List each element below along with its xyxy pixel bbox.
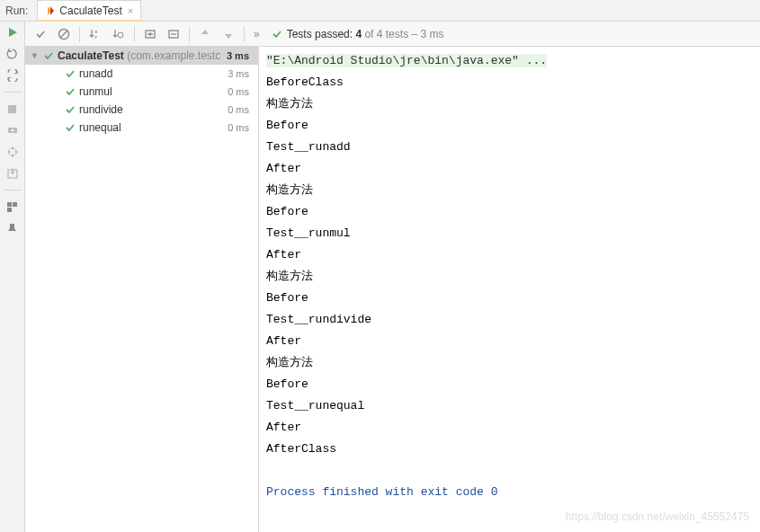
nav-separator xyxy=(4,92,22,93)
sort-duration-button[interactable] xyxy=(109,24,129,44)
show-ignored-button[interactable] xyxy=(54,24,74,44)
sort-alpha-button[interactable]: az xyxy=(85,24,105,44)
console-command: "E:\Android Studio\jre\bin\java.exe" ... xyxy=(266,54,547,67)
check-icon xyxy=(65,68,76,79)
console-line: Test__runmul xyxy=(266,223,753,244)
toolbar-separator xyxy=(244,26,245,42)
console-line: AfterClass xyxy=(266,439,753,460)
check-icon xyxy=(43,50,54,61)
center-panel: az » Tests passed: 4 of 4 tests – 3 ms xyxy=(25,22,760,532)
dump-threads-button[interactable] xyxy=(5,123,20,137)
console-line: Before xyxy=(266,115,753,137)
console-line: 构造方法 xyxy=(266,180,753,201)
console-line: After xyxy=(266,417,753,439)
tree-item[interactable]: runequal0 ms xyxy=(25,119,258,137)
header-bar: Run: CaculateTest × xyxy=(0,0,760,22)
main-area: az » Tests passed: 4 of 4 tests – 3 ms xyxy=(0,22,760,532)
left-nav-column xyxy=(0,22,25,532)
console-line: 构造方法 xyxy=(266,93,753,115)
console-line: After xyxy=(266,158,753,180)
run-button[interactable] xyxy=(5,25,20,40)
check-icon xyxy=(65,86,76,97)
tree-item-label: runadd xyxy=(79,67,224,80)
console-exit-line: Process finished with exit code 0 xyxy=(266,482,753,503)
tree-item[interactable]: rundivide0 ms xyxy=(25,101,258,119)
toolbar-separator xyxy=(189,26,190,42)
test-toolbar: az » Tests passed: 4 of 4 tests – 3 ms xyxy=(25,22,760,47)
console-line: BeforeClass xyxy=(266,72,753,93)
svg-point-2 xyxy=(11,129,13,132)
tree-root-time: 3 ms xyxy=(227,50,253,61)
run-config-tab[interactable]: CaculateTest × xyxy=(37,0,141,22)
prev-test-button[interactable] xyxy=(195,24,215,44)
console-line: Before xyxy=(266,201,753,223)
close-icon[interactable]: × xyxy=(128,5,133,16)
tree-root-row[interactable]: ▼ CaculateTest (com.example.testc 3 ms xyxy=(25,47,258,65)
console-line: Before xyxy=(266,288,753,309)
console-line: Test__rundivide xyxy=(266,309,753,331)
test-config-icon xyxy=(45,5,56,16)
svg-rect-4 xyxy=(7,202,12,207)
tab-name: CaculateTest xyxy=(59,4,121,17)
console-line: After xyxy=(266,244,753,266)
toggle-auto-test-button[interactable] xyxy=(5,68,20,83)
next-test-button[interactable] xyxy=(219,24,238,44)
chevron-down-icon[interactable]: ▼ xyxy=(31,51,40,60)
collapse-all-button[interactable] xyxy=(164,24,183,44)
svg-line-8 xyxy=(60,31,67,38)
console-line: After xyxy=(266,331,753,352)
tree-root-label: CaculateTest (com.example.testc xyxy=(58,49,223,62)
stop-button[interactable] xyxy=(5,102,20,116)
tree-item-time: 0 ms xyxy=(228,104,253,115)
status-text: Tests passed: 4 of 4 tests – 3 ms xyxy=(287,28,444,40)
layout-settings-button[interactable] xyxy=(5,145,20,159)
console-line: Before xyxy=(266,374,753,395)
rerun-button[interactable] xyxy=(5,47,20,61)
watermark: https://blog.csdn.net/weixin_45552475 xyxy=(566,510,749,523)
console-line: 构造方法 xyxy=(266,266,753,288)
console-output[interactable]: "E:\Android Studio\jre\bin\java.exe" ...… xyxy=(259,47,760,532)
svg-rect-5 xyxy=(13,202,17,207)
pin-button[interactable] xyxy=(5,221,20,235)
import-tests-button[interactable] xyxy=(5,166,20,181)
console-line: 构造方法 xyxy=(266,352,753,374)
toolbar-separator xyxy=(134,26,135,42)
content-split: ▼ CaculateTest (com.example.testc 3 ms r… xyxy=(25,47,760,532)
test-tree[interactable]: ▼ CaculateTest (com.example.testc 3 ms r… xyxy=(25,47,259,532)
check-icon xyxy=(65,122,76,133)
console-line: Test__runequal xyxy=(266,395,753,417)
run-label: Run: xyxy=(5,4,28,17)
expand-all-button[interactable] xyxy=(140,24,160,44)
svg-text:z: z xyxy=(94,34,97,40)
nav-separator xyxy=(4,190,22,191)
svg-point-11 xyxy=(118,32,123,38)
chevron-right-icon: » xyxy=(254,28,260,40)
svg-rect-0 xyxy=(8,105,16,113)
show-passed-button[interactable] xyxy=(31,24,50,44)
tree-item[interactable]: runadd3 ms xyxy=(25,65,258,83)
tree-item-label: runequal xyxy=(79,121,224,134)
tree-item-time: 0 ms xyxy=(228,86,253,97)
restore-layout-button[interactable] xyxy=(5,200,20,214)
check-icon xyxy=(65,104,76,115)
tree-item-time: 0 ms xyxy=(228,122,253,133)
toolbar-separator xyxy=(79,26,80,42)
check-icon xyxy=(271,28,283,40)
console-line: Test__runadd xyxy=(266,137,753,158)
svg-rect-6 xyxy=(7,208,12,212)
tree-item-label: runmul xyxy=(79,85,224,98)
tree-item-label: rundivide xyxy=(79,103,224,116)
tree-item[interactable]: runmul0 ms xyxy=(25,83,258,101)
tree-item-time: 3 ms xyxy=(228,68,253,79)
test-status: Tests passed: 4 of 4 tests – 3 ms xyxy=(271,28,444,40)
